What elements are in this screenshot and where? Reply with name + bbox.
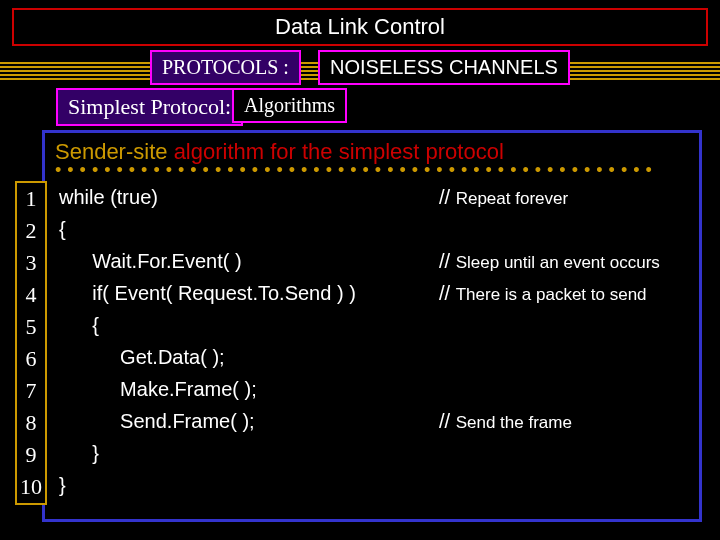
line-number: 3 xyxy=(17,247,45,279)
noiseless-label: NOISELESS CHANNELS xyxy=(330,56,558,78)
code-text: { xyxy=(59,218,66,240)
code-line: Make.Frame( ); xyxy=(59,373,699,405)
main-panel: Sender-site algorithm for the simplest p… xyxy=(42,130,702,522)
code-text: Wait.For.Event( ) xyxy=(59,250,242,272)
line-number: 6 xyxy=(17,343,45,375)
page-title: Data Link Control xyxy=(275,14,445,39)
line-number: 2 xyxy=(17,215,45,247)
line-number: 8 xyxy=(17,407,45,439)
line-number-gutter: 1 2 3 4 5 6 7 8 9 10 xyxy=(15,181,47,505)
line-number: 9 xyxy=(17,439,45,471)
simplest-label: Simplest Protocol: xyxy=(68,94,231,119)
code-text: if( Event( Request.To.Send ) ) xyxy=(59,282,356,304)
dotted-divider: ••••••••••••••••••••••••••••••••••••••••… xyxy=(45,165,699,175)
protocols-label-box: PROTOCOLS : xyxy=(150,50,301,85)
comment: // Sleep until an event occurs xyxy=(439,245,660,279)
protocols-label: PROTOCOLS : xyxy=(162,56,289,78)
code-line: while (true)// Repeat forever xyxy=(59,181,699,213)
algorithms-box: Algorithms xyxy=(232,88,347,123)
sender-heading: Sender-site algorithm for the simplest p… xyxy=(45,133,699,165)
line-number: 5 xyxy=(17,311,45,343)
simplest-protocol-box: Simplest Protocol: xyxy=(56,88,243,126)
comment: // Send the frame xyxy=(439,405,572,439)
code-line: if( Event( Request.To.Send ) )// There i… xyxy=(59,277,699,309)
code-line: } xyxy=(59,437,699,469)
comment: // There is a packet to send xyxy=(439,277,647,311)
code-area: 1 2 3 4 5 6 7 8 9 10 while (true)// Repe… xyxy=(45,181,699,501)
code-line: } xyxy=(59,469,699,501)
code-text: Get.Data( ); xyxy=(59,346,225,368)
code-line: Send.Frame( );// Send the frame xyxy=(59,405,699,437)
line-number: 1 xyxy=(17,183,45,215)
line-number: 4 xyxy=(17,279,45,311)
code-text: } xyxy=(59,442,99,464)
code-lines: while (true)// Repeat forever { Wait.For… xyxy=(45,181,699,501)
heading-prefix: Sender-site xyxy=(55,139,174,164)
heading-suffix: algorithm for the simplest protocol xyxy=(174,139,504,164)
code-line: { xyxy=(59,309,699,341)
comment: // Repeat forever xyxy=(439,181,568,215)
code-text: Make.Frame( ); xyxy=(59,378,257,400)
code-line: Get.Data( ); xyxy=(59,341,699,373)
code-line: Wait.For.Event( )// Sleep until an event… xyxy=(59,245,699,277)
algorithms-label: Algorithms xyxy=(244,94,335,116)
code-text: while (true) xyxy=(59,186,158,208)
title-bar: Data Link Control xyxy=(12,8,708,46)
noiseless-label-box: NOISELESS CHANNELS xyxy=(318,50,570,85)
line-number: 10 xyxy=(17,471,45,503)
code-text: Send.Frame( ); xyxy=(59,410,255,432)
code-line: { xyxy=(59,213,699,245)
code-text: } xyxy=(59,474,66,496)
code-text: { xyxy=(59,314,99,336)
line-number: 7 xyxy=(17,375,45,407)
